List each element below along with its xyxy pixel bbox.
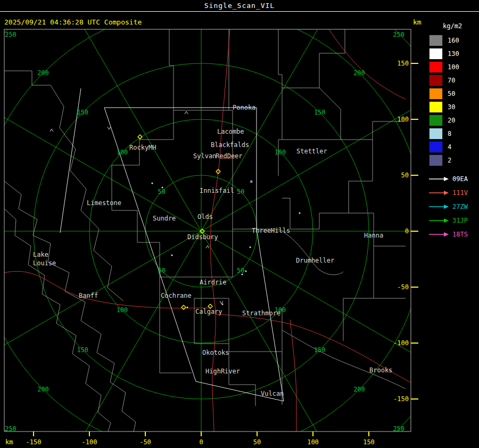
radar-map-display[interactable]: 5050505010010010010015015015015020020020… [0,0,479,448]
station-id: 31JP [452,217,468,224]
right-axis-label: -50 [397,283,409,291]
legend-swatch [429,75,443,86]
legend-swatch [429,35,443,46]
city-label: Blackfalds [211,141,249,149]
station-arrow-icon [429,217,449,224]
town-dot-icon [151,182,153,184]
range-ring-label: 150 [77,109,88,116]
city-label: Sundre [153,215,176,222]
legend-swatch [429,48,443,60]
legend-swatch [429,101,443,113]
bottom-axis-label: -150 [26,438,42,446]
city-label: Sylvan [193,152,216,160]
town-dot-icon [299,212,300,214]
town-dot-icon [221,303,223,305]
city-label: RedDeer [216,152,243,160]
city-label: RockyMH [129,144,156,151]
range-ring-label: 250 [5,31,16,38]
station-row: 09EA [429,172,478,186]
legend-color-scale: 16013010070503020842 [429,34,478,167]
legend-entry: 2 [429,153,478,167]
county-boundary [282,29,345,88]
legend-panel: kg/m2 16013010070503020842 09EA111V27ZW3… [429,22,478,241]
city-label: Lake [33,251,48,258]
right-axis-label: -150 [393,395,409,403]
range-ring-label: 250 [393,31,404,38]
legend-swatch [429,61,443,73]
legend-entry: 30 [429,100,478,113]
legend-entry: 50 [429,87,478,100]
legend-value: 130 [448,50,459,58]
county-boundary [4,209,111,431]
city-label: Banff [79,292,98,299]
legend-value: 20 [448,117,455,124]
station-id: 18TS [452,231,468,238]
legend-value: 2 [448,157,451,164]
vee-marker-icon [108,127,111,129]
legend-entry: 70 [429,74,478,87]
highway-line [329,29,406,99]
range-ring-label: 50 [237,267,244,274]
range-ring-label: 200 [37,386,49,393]
legend-swatch [429,88,443,100]
county-boundary [282,330,406,389]
range-ring-label: 200 [37,69,49,77]
legend-value: 100 [448,63,459,71]
station-id: 111V [452,189,468,197]
legend-swatch [429,128,443,140]
legend-entry: 20 [429,113,478,127]
right-axis-label: 150 [397,60,409,67]
bottom-axis-unit: km [5,438,13,446]
town-dot-icon [249,246,251,248]
station-arrow-icon [429,203,449,210]
star-marker-icon: * [249,179,253,186]
city-label: Ponoka [233,104,255,111]
city-label: Hanna [364,232,383,239]
legend-value: 8 [448,130,451,137]
legend-entry: 130 [429,47,478,60]
legend-value: 70 [448,77,455,84]
legend-unit-label: kg/m2 [443,22,478,32]
right-axis-label: -100 [393,339,409,347]
range-ring-label: 150 [314,109,326,116]
legend-swatch [429,115,443,126]
legend-value: 160 [448,37,459,44]
city-label: Brooks [369,366,392,374]
station-arrow-icon [429,176,449,182]
city-label: Limestone [87,199,121,207]
city-label: Okotoks [202,349,229,356]
vee-marker-icon [220,301,223,304]
station-id: 27ZW [452,203,468,210]
scan-sector-boundary [104,108,284,401]
county-boundary [282,140,373,229]
city-label: Didsbury [187,233,218,241]
town-dot-icon [161,186,163,188]
city-label: ThreeHills [252,227,290,234]
bottom-axis-label: -50 [139,438,151,446]
city-label: Airdrie [200,279,227,286]
town-dot-icon [241,273,243,275]
legend-entry: 100 [429,60,478,74]
range-ring-label: 150 [314,346,326,354]
range-ring-label: 100 [275,149,286,156]
range-ring-label: 150 [77,346,88,354]
range-ring-label: 100 [117,149,128,156]
station-row: 18TS [429,227,478,241]
station-row: 27ZW [429,200,478,214]
legend-value: 50 [448,90,455,97]
legend-swatch [429,154,443,166]
range-ring-label: 100 [117,306,128,314]
town-dot-icon [245,270,246,272]
county-boundary [282,88,341,140]
station-row: 31JP [429,214,478,227]
range-ring-label: 50 [237,188,244,196]
city-label: Strathmore [242,309,280,317]
bottom-axis-label: -100 [82,438,97,446]
legend-value: 30 [448,103,455,111]
station-arrow-icon [429,190,449,196]
right-axis-label: 0 [405,227,409,235]
county-boundary [349,213,406,246]
bottom-axis-label: 0 [199,438,203,446]
station-row: 111V [429,186,478,200]
station-id: 09EA [452,175,468,183]
